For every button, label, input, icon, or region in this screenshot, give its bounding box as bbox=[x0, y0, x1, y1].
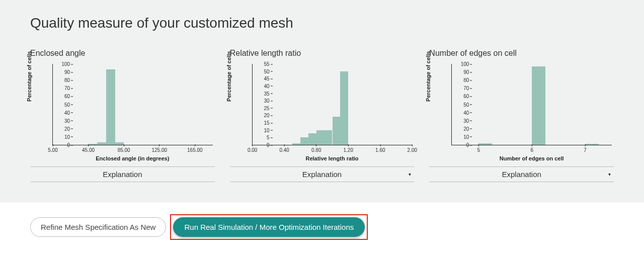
explanation-label: Explanation bbox=[431, 170, 612, 179]
chart-enclosed-angle: Enclosed angle Percentage of cells 01020… bbox=[30, 49, 215, 182]
explanation-toggle[interactable]: Explanation ▾ bbox=[429, 166, 614, 182]
x-tick: 45.00 bbox=[82, 147, 95, 153]
chevron-down-icon: ▾ bbox=[409, 172, 411, 177]
y-tick: 90 bbox=[50, 69, 70, 75]
y-tick: 30 bbox=[449, 118, 469, 123]
footer-copyright: Copyright © 2019-2021 ClusterTech Limite… bbox=[0, 246, 644, 257]
page-title: Quality measure of your customized mesh bbox=[30, 15, 614, 31]
chart-canvas: Percentage of cells 01020304050607080901… bbox=[429, 64, 614, 159]
y-tick: 25 bbox=[250, 105, 270, 111]
y-tick: 60 bbox=[449, 94, 469, 99]
x-tick: 0.80 bbox=[311, 147, 321, 153]
bar bbox=[325, 130, 333, 145]
x-tick: 1.20 bbox=[344, 147, 353, 153]
y-tick: 80 bbox=[50, 77, 70, 83]
y-tick: 10 bbox=[449, 134, 469, 139]
bar bbox=[292, 143, 300, 145]
y-tick: 80 bbox=[449, 77, 469, 83]
y-tick: 100 bbox=[50, 61, 70, 67]
charts-row: Enclosed angle Percentage of cells 01020… bbox=[30, 49, 614, 182]
quality-panel: Quality measure of your customized mesh … bbox=[0, 0, 644, 202]
actions-bar: Refine Mesh Specification As New Run Rea… bbox=[0, 202, 644, 246]
x-axis-label: Enclosed angle (in degrees) bbox=[52, 155, 213, 161]
y-tick: 60 bbox=[50, 94, 70, 99]
chart-title: Enclosed angle bbox=[30, 49, 215, 58]
x-tick: 7 bbox=[584, 147, 587, 153]
bar bbox=[308, 133, 316, 145]
y-tick: 10 bbox=[250, 127, 270, 133]
refine-mesh-button[interactable]: Refine Mesh Specification As New bbox=[30, 217, 166, 237]
y-tick: 5 bbox=[250, 135, 270, 140]
explanation-toggle[interactable]: Explanation ▾ bbox=[230, 166, 415, 182]
x-axis-label: Relative length ratio bbox=[252, 155, 413, 161]
y-tick: 70 bbox=[50, 85, 70, 91]
x-tick: 6 bbox=[530, 147, 533, 153]
y-tick: 30 bbox=[250, 98, 270, 104]
y-tick: 40 bbox=[50, 110, 70, 115]
y-tick: 30 bbox=[50, 118, 70, 123]
y-tick: 90 bbox=[449, 69, 469, 75]
bar bbox=[300, 137, 308, 145]
y-axis-label: Percentage of cells bbox=[226, 51, 232, 102]
bar bbox=[89, 144, 98, 145]
y-tick: 55 bbox=[250, 61, 270, 67]
y-tick: 15 bbox=[250, 120, 270, 126]
y-tick: 45 bbox=[250, 76, 270, 81]
chart-canvas: Percentage of cells 01020304050607080901… bbox=[30, 64, 215, 159]
x-tick: 5.00 bbox=[48, 147, 57, 153]
y-tick: 20 bbox=[449, 126, 469, 131]
y-tick: 50 bbox=[449, 102, 469, 107]
y-tick: 20 bbox=[50, 126, 70, 131]
chart-title: Number of edges on cell bbox=[429, 49, 614, 58]
chart-relative-length: Relative length ratio Percentage of cell… bbox=[230, 49, 415, 182]
explanation-label: Explanation bbox=[32, 170, 213, 179]
bar bbox=[316, 130, 325, 145]
y-tick: 10 bbox=[50, 134, 70, 139]
x-tick: 0.40 bbox=[279, 147, 289, 153]
y-axis-label: Percentage of cells bbox=[26, 51, 32, 102]
x-axis-label: Number of edges on cell bbox=[451, 155, 612, 161]
y-tick: 0 bbox=[449, 142, 469, 148]
y-tick: 40 bbox=[449, 110, 469, 115]
y-axis-label: Percentage of cells bbox=[425, 51, 431, 102]
x-tick: 5 bbox=[477, 147, 480, 153]
y-tick: 40 bbox=[250, 83, 270, 89]
chevron-down-icon: ▾ bbox=[608, 172, 611, 177]
y-tick: 50 bbox=[250, 68, 270, 74]
x-tick: 165.00 bbox=[187, 147, 203, 153]
bar bbox=[478, 143, 492, 145]
bar bbox=[106, 69, 115, 145]
bar bbox=[532, 66, 545, 145]
y-tick: 20 bbox=[250, 113, 270, 118]
y-tick: 35 bbox=[250, 91, 270, 96]
chart-title: Relative length ratio bbox=[230, 49, 415, 58]
bar bbox=[585, 144, 598, 145]
bar bbox=[115, 142, 124, 145]
explanation-label: Explanation bbox=[232, 170, 413, 179]
explanation-toggle[interactable]: Explanation ▾ bbox=[30, 166, 215, 182]
highlighted-action: Run Real Simulation / More Optimization … bbox=[170, 214, 368, 240]
y-tick: 100 bbox=[449, 61, 469, 67]
x-tick: 85.00 bbox=[118, 147, 130, 153]
chart-canvas: Percentage of cells 05101520253035404550… bbox=[230, 64, 415, 159]
x-tick: 125.00 bbox=[151, 147, 167, 153]
bar bbox=[97, 142, 106, 145]
y-tick: 50 bbox=[50, 102, 70, 107]
bar bbox=[340, 71, 348, 145]
x-tick: 2.00 bbox=[408, 147, 417, 153]
run-simulation-button[interactable]: Run Real Simulation / More Optimization … bbox=[173, 217, 365, 237]
x-tick: 1.60 bbox=[375, 147, 385, 153]
x-tick: 0.00 bbox=[248, 147, 257, 153]
bar bbox=[333, 117, 341, 145]
chart-num-edges: Number of edges on cell Percentage of ce… bbox=[429, 49, 614, 182]
y-tick: 70 bbox=[449, 85, 469, 91]
